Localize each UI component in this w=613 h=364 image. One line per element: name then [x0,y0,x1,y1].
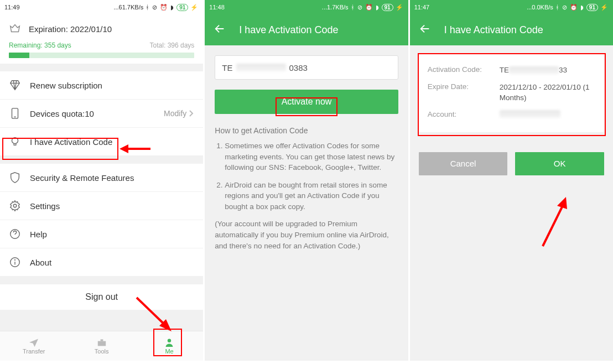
app-bar: I have Activation Code [410,14,613,45]
activation-info-card: Activation Code: TE33 Expire Date: 2021/… [419,54,604,132]
dnd-icon: ⊘ [562,4,568,11]
howto-item-2: AirDroid can be bought from retail store… [225,180,398,212]
charging-icon: ⚡ [396,4,404,11]
svg-point-3 [13,204,17,207]
renew-subscription-item[interactable]: Renew subscription [0,71,203,100]
code-label: Activation Code: [428,65,500,74]
expiration-label: Expiration: 2022/01/10 [29,24,112,34]
charging-icon: ⚡ [190,4,199,11]
screen-confirm-code: 11:47 ...0.0KB/s ᚼ ⊘ ⏰ ◗ 91 ⚡ I have Act… [410,0,613,361]
nav-me[interactable]: Me [136,331,203,361]
activate-now-button[interactable]: Activate now [215,90,398,114]
status-bar: 11:49 ...61.7KB/s ᚼ ⊘ ⏰ ◗ 91 ⚡ [0,0,203,14]
howto-item-1: Sometimes we offer Activation Codes for … [225,141,398,173]
charging-icon: ⚡ [600,4,609,11]
battery-icon: 91 [586,4,598,11]
expire-value: 2021/12/10 - 2022/01/10 (1 Months) [500,82,595,103]
renew-label: Renew subscription [30,81,194,90]
svg-marker-14 [159,319,172,331]
redacted [500,110,560,118]
about-label: About [30,258,194,267]
bluetooth-icon: ᚼ [146,4,150,11]
screen-enter-code: 11:48 ...1.7KB/s ᚼ ⊘ ⏰ ◗ 91 ⚡ I have Act… [205,0,408,361]
remaining-days: Remaining: 355 days [9,41,71,49]
bottom-nav: Transfer Tools Me [0,331,203,361]
howto-list: Sometimes we offer Activation Codes for … [215,141,398,212]
wifi-icon: ◗ [376,4,380,11]
total-days: Total: 396 days [150,41,195,49]
alarm-icon: ⏰ [570,4,578,11]
devices-quota-item[interactable]: Devices quota:10 Modify [0,100,203,128]
expiration-block: Expiration: 2022/01/10 Remaining: 355 da… [0,14,203,64]
crown-icon [9,22,21,36]
me-icon [164,338,175,347]
settings-label: Settings [30,201,194,211]
back-icon[interactable] [419,23,431,38]
status-right: ...1.7KB/s ᚼ ⊘ ⏰ ◗ 91 ⚡ [322,4,404,11]
transfer-icon [28,338,39,347]
nav-tools[interactable]: Tools [67,331,135,361]
diamond-icon [9,79,21,91]
status-time: 11:49 [4,4,20,11]
ok-button[interactable]: OK [515,152,604,175]
status-right: ...0.0KB/s ᚼ ⊘ ⏰ ◗ 91 ⚡ [527,4,609,11]
modify-link[interactable]: Modify [164,109,194,118]
status-time: 11:48 [209,4,225,11]
settings-item[interactable]: Settings [0,192,203,220]
security-item[interactable]: Security & Remote Features [0,164,203,192]
svg-marker-16 [557,197,567,209]
phone-icon [9,107,21,119]
bluetooth-icon: ᚼ [555,4,560,11]
howto-note: (Your account will be upgraded to Premiu… [215,219,398,251]
app-bar-title: I have Activation Code [444,24,543,36]
battery-icon: 91 [176,4,188,11]
status-right: ...61.7KB/s ᚼ ⊘ ⏰ ◗ 91 ⚡ [113,4,199,11]
screen-me: 11:49 ...61.7KB/s ᚼ ⊘ ⏰ ◗ 91 ⚡ Expiratio… [0,0,203,361]
wifi-icon: ◗ [170,4,174,11]
activation-label: I have Activation Code [30,137,194,147]
svg-point-10 [168,339,171,342]
security-label: Security & Remote Features [30,173,194,183]
bluetooth-icon: ᚼ [351,4,355,11]
back-icon[interactable] [214,23,226,38]
activation-code-item[interactable]: I have Activation Code [0,128,203,156]
nav-transfer[interactable]: Transfer [0,331,67,361]
svg-point-7 [15,259,15,260]
shield-icon [9,171,21,184]
svg-rect-8 [97,341,105,346]
dnd-icon: ⊘ [357,4,363,11]
expire-label: Expire Date: [428,82,500,91]
status-time: 11:47 [414,4,430,11]
activation-code-input[interactable]: TE 0383 [215,55,398,80]
about-item[interactable]: About [0,248,203,277]
tools-icon [96,338,107,347]
sign-out-button[interactable]: Sign out [0,284,203,310]
help-label: Help [30,230,194,239]
status-bar: 11:48 ...1.7KB/s ᚼ ⊘ ⏰ ◗ 91 ⚡ [205,0,408,14]
wifi-icon: ◗ [580,4,584,11]
svg-point-2 [12,138,18,144]
status-bar: 11:47 ...0.0KB/s ᚼ ⊘ ⏰ ◗ 91 ⚡ [410,0,613,14]
bulb-icon [9,136,21,148]
account-value [500,110,595,121]
account-label: Account: [428,110,500,118]
status-net: ...61.7KB/s [113,4,143,11]
arrow-to-ok [537,194,576,249]
devices-label: Devices quota:10 [30,109,155,118]
code-value: TE33 [500,65,595,76]
info-icon [9,256,21,268]
status-net: ...1.7KB/s [322,4,349,11]
progress-bar [9,53,194,58]
alarm-icon: ⏰ [365,4,373,11]
help-icon [9,228,21,240]
redacted [236,64,286,71]
content: TE 0383 Activate now How to get Activati… [205,45,408,261]
svg-line-15 [543,204,564,246]
help-item[interactable]: Help [0,220,203,248]
howto-title: How to get Activation Code [215,126,398,135]
svg-rect-9 [100,339,103,341]
cancel-button[interactable]: Cancel [419,152,508,175]
app-bar-title: I have Activation Code [239,24,338,36]
status-net: ...0.0KB/s [527,4,553,11]
chevron-right-icon [189,110,194,117]
